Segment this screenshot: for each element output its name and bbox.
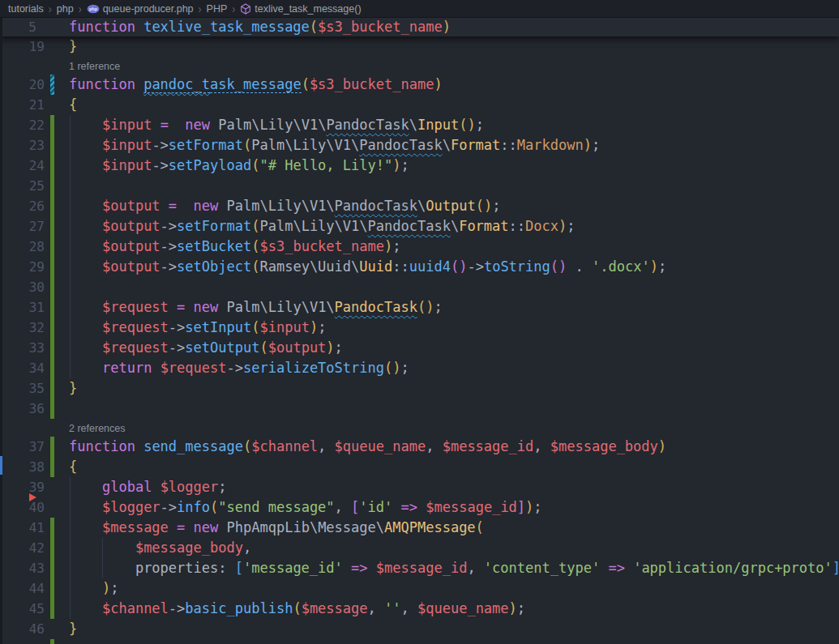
code-line[interactable]: 46} [0, 619, 839, 639]
line-number[interactable]: 21 [0, 95, 45, 115]
code-line[interactable]: 33 $request->setOutput($output); [0, 338, 839, 358]
breadcrumb-item[interactable]: php [57, 3, 74, 15]
code-line[interactable]: 43 properties: ['message_id' => $message… [0, 558, 839, 578]
code-line[interactable]: 38{ [0, 457, 839, 477]
diff-modified-marker [50, 75, 54, 95]
code-line[interactable]: 40 $logger->info("send message", ['id' =… [0, 497, 839, 518]
diff-added-marker [50, 156, 54, 176]
code-token [69, 560, 135, 576]
line-number[interactable]: 31 [0, 297, 45, 318]
diff-added-marker [50, 318, 54, 338]
code-token: 'content_type' [484, 560, 600, 576]
code-line[interactable]: 28 $output->setBucket($s3_bucket_name); [0, 237, 839, 257]
code-token: } [69, 38, 77, 54]
code-line[interactable]: 19} [0, 36, 839, 57]
code-line[interactable]: 21{ [0, 95, 839, 115]
line-number[interactable]: 34 [0, 358, 45, 378]
code-line[interactable]: 42 $message_body, [0, 538, 839, 558]
code-line[interactable]: 44 ); [0, 578, 839, 599]
code-token: global [102, 479, 152, 495]
code-token: Output [426, 198, 475, 214]
code-token: Ramsey\Uuid\ [259, 258, 359, 275]
line-number[interactable]: 26 [0, 196, 45, 216]
code-token: '.docx' [592, 258, 650, 275]
diff-added-marker [50, 399, 54, 419]
line-number[interactable]: 33 [0, 338, 45, 358]
code-line[interactable]: 5function texlive_task_message($s3_bucke… [0, 18, 839, 36]
code-token: ) [326, 339, 334, 356]
code-line[interactable]: 31 $request = new Palm\Lily\V1\PandocTas… [0, 297, 839, 318]
line-number[interactable]: 24 [0, 156, 45, 176]
code-line[interactable]: 30 [0, 277, 839, 297]
breadcrumb-item[interactable]: tutorials [8, 3, 44, 15]
line-number[interactable]: 27 [0, 216, 45, 237]
line-number[interactable]: 45 [0, 599, 45, 619]
codelens-references-link[interactable]: 2 references [69, 423, 125, 434]
line-number[interactable]: 28 [0, 237, 45, 257]
diff-added-marker [50, 378, 54, 399]
code-line[interactable]: 22 $input = new Palm\Lily\V1\PandocTask\… [0, 115, 839, 135]
line-number[interactable]: 38 [0, 457, 45, 477]
line-number[interactable]: 39 [0, 477, 45, 497]
breadcrumb-item[interactable]: texlive_task_message() [240, 3, 361, 15]
line-number[interactable]: 43 [0, 558, 45, 578]
line-number[interactable]: 40 [0, 497, 45, 518]
code-line[interactable]: 37function send_message($channel, $queue… [0, 437, 839, 457]
line-number[interactable]: 5 [0, 18, 36, 36]
code-line[interactable]: 47 [0, 639, 839, 644]
code-line[interactable]: 36 [0, 399, 839, 419]
breadcrumb-item[interactable]: phpqueue-producer.php [87, 3, 194, 15]
code-text: { [69, 457, 77, 477]
code-line[interactable]: 34 return $request->serializeToString(); [0, 358, 839, 378]
code-line[interactable]: 27 $output->setFormat(Palm\Lily\V1\Pando… [0, 216, 839, 237]
line-number[interactable]: 44 [0, 578, 45, 599]
code-line[interactable]: 25 [0, 176, 839, 196]
line-number[interactable]: 20 [0, 75, 45, 95]
code-text: return $request->serializeToString(); [69, 358, 409, 378]
line-number[interactable]: 46 [0, 619, 45, 639]
line-number[interactable]: 41 [0, 518, 45, 538]
code-token: [ [235, 560, 243, 576]
code-token: function [69, 76, 135, 92]
line-number[interactable]: 32 [0, 318, 45, 338]
code-line[interactable]: 45 $channel->basic_publish($message, '',… [0, 599, 839, 619]
line-number[interactable]: 19 [0, 36, 45, 57]
codelens-references-link[interactable]: 1 reference [69, 61, 120, 72]
code-token: ; [218, 479, 226, 495]
code-token: $channel [251, 438, 318, 454]
sticky-scroll: 5function texlive_task_message($s3_bucke… [0, 18, 839, 36]
code-line[interactable]: 39 global $logger; [0, 477, 839, 497]
code-text: $input->setFormat(Palm\Lily\V1\PandocTas… [69, 135, 600, 156]
line-number[interactable]: 29 [0, 257, 45, 277]
code-token: ) [484, 198, 492, 214]
line-number[interactable]: 35 [0, 378, 45, 399]
code-token: . [567, 258, 592, 275]
breadcrumb-item[interactable]: PHP [207, 3, 228, 15]
code-token: serializeToString [243, 360, 384, 376]
line-number[interactable]: 36 [0, 399, 45, 419]
line-number[interactable]: 42 [0, 538, 45, 558]
code-token: $output [102, 198, 161, 214]
code-line[interactable]: 35} [0, 378, 839, 399]
code-line[interactable]: 32 $request->setInput($input); [0, 318, 839, 338]
code-line[interactable]: 29 $output->setObject(Ramsey\Uuid\Uuid::… [0, 257, 839, 277]
code-token [69, 360, 102, 376]
code-line[interactable]: 26 $output = new Palm\Lily\V1\PandocTask… [0, 196, 839, 216]
line-number[interactable]: 23 [0, 135, 45, 156]
code-line[interactable]: 20function pandoc_task_message($s3_bucke… [0, 75, 839, 95]
line-number[interactable]: 47 [0, 639, 45, 644]
line-number[interactable]: 22 [0, 115, 45, 135]
line-number[interactable]: 37 [0, 437, 45, 457]
line-number[interactable]: 25 [0, 176, 45, 196]
code-token: -> [152, 157, 168, 173]
code-editor[interactable]: 19}1 reference20function pandoc_task_mes… [0, 36, 839, 644]
code-text: } [69, 36, 77, 57]
code-token: ( [476, 198, 484, 214]
code-line[interactable]: 24 $input->setPayload("# Hello, Lily!"); [0, 156, 839, 176]
code-line[interactable]: 41 $message = new PhpAmqpLib\Message\AMQ… [0, 518, 839, 538]
code-token: PandocTask [359, 137, 442, 153]
code-token: -> [169, 339, 185, 356]
line-number[interactable]: 30 [0, 277, 45, 297]
code-line[interactable]: 23 $input->setFormat(Palm\Lily\V1\Pandoc… [0, 135, 839, 156]
code-token [600, 560, 608, 576]
